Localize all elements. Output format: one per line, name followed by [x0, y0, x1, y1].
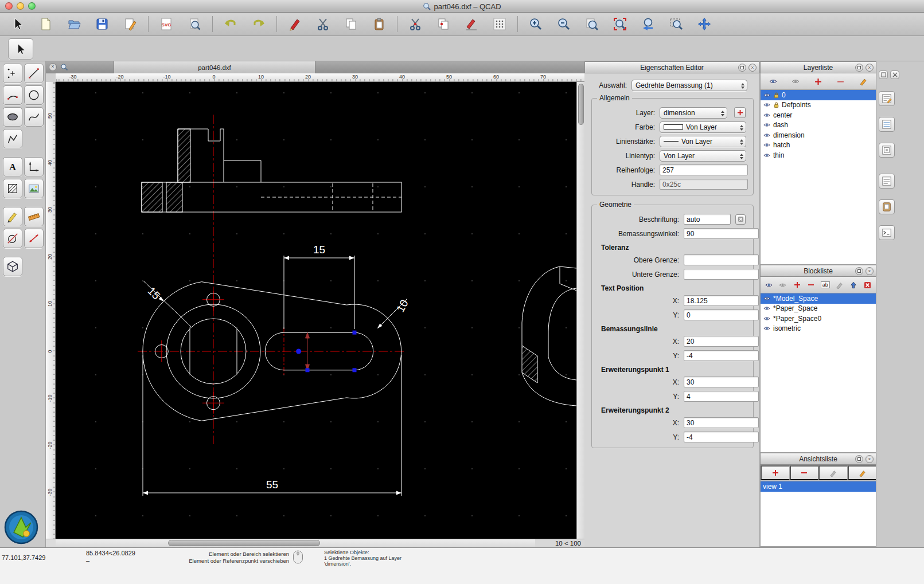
auto-zoom-button[interactable] — [579, 14, 605, 34]
edit-pen-button[interactable] — [282, 14, 308, 34]
extension-point-2-x-input[interactable] — [684, 417, 759, 428]
layer-row[interactable]: Defpoints — [761, 100, 876, 111]
select-tool-button[interactable] — [5, 14, 31, 34]
lock-icon[interactable] — [773, 92, 779, 99]
zoom-in-button[interactable] — [523, 14, 549, 34]
layer-row[interactable]: thin — [761, 150, 876, 160]
ellipse-tool-button[interactable] — [3, 107, 22, 127]
toggle-library-browser-button[interactable] — [879, 199, 895, 214]
add-layer-button[interactable] — [811, 75, 825, 88]
linetype-combo[interactable]: Von Layer — [660, 150, 746, 162]
remove-block-button[interactable] — [804, 279, 818, 291]
eye-icon[interactable] — [763, 325, 771, 332]
vertical-scrollbar-thumb[interactable] — [578, 84, 584, 125]
layer-combo[interactable]: dimension — [660, 107, 727, 119]
eye-icon[interactable] — [763, 132, 771, 139]
toggle-property-editor-button[interactable] — [879, 91, 895, 106]
paste-button[interactable] — [366, 14, 392, 34]
insert-block-button[interactable] — [847, 279, 860, 291]
selection-combo[interactable]: Gedrehte Bemassung (1) — [631, 80, 747, 91]
tab-close-button[interactable]: × — [49, 63, 57, 71]
eye-icon[interactable] — [763, 142, 771, 148]
file-open-button[interactable] — [61, 14, 87, 34]
hide-all-blocks-button[interactable] — [776, 279, 790, 291]
eye-icon[interactable] — [763, 295, 771, 302]
toggle-block-list-button[interactable] — [879, 143, 895, 158]
restore-view-button[interactable] — [848, 465, 876, 480]
vertical-scrollbar[interactable] — [576, 82, 584, 539]
layer-row[interactable]: center — [761, 110, 876, 120]
zoom-window-button[interactable] — [663, 14, 689, 34]
lock-icon[interactable] — [773, 101, 779, 108]
lineweight-combo[interactable]: Von Layer — [660, 136, 746, 147]
redo-button[interactable] — [245, 14, 272, 34]
document-tab[interactable]: part046.dxf — [114, 61, 315, 73]
delete-block-button[interactable] — [861, 279, 875, 291]
layer-row[interactable]: hatch — [761, 140, 876, 151]
eye-icon[interactable] — [763, 112, 771, 119]
point-tool-button[interactable] — [3, 64, 22, 83]
layer-row[interactable]: dimension — [761, 130, 876, 140]
extension-point-2-y-input[interactable] — [684, 432, 759, 442]
text-position-y-input[interactable] — [684, 309, 759, 320]
file-save-as-button[interactable] — [117, 14, 143, 34]
circle-tool-button[interactable] — [24, 85, 44, 105]
panel-float-button[interactable] — [738, 64, 746, 72]
remove-view-button[interactable] — [790, 465, 819, 480]
line-tool-button[interactable] — [24, 64, 44, 83]
panel-close-button[interactable]: × — [748, 64, 757, 72]
selection-tool-button[interactable] — [8, 38, 33, 60]
edit-view-button[interactable] — [818, 465, 848, 480]
file-save-button[interactable] — [89, 14, 115, 34]
eye-icon[interactable] — [763, 121, 771, 128]
dimension-line-y-input[interactable] — [684, 350, 759, 361]
zoom-out-button[interactable] — [551, 14, 577, 34]
dock-option-button[interactable] — [879, 70, 888, 79]
eye-icon[interactable] — [763, 101, 771, 108]
image-tool-button[interactable] — [24, 179, 44, 198]
toggle-layer-list-button[interactable] — [879, 117, 895, 132]
grid-toggle-button[interactable] — [486, 14, 513, 34]
extension-point-1-x-input[interactable] — [684, 377, 759, 387]
modify-pen-button[interactable] — [458, 14, 485, 34]
toggle-command-line-button[interactable] — [879, 225, 895, 240]
spline-tool-button[interactable] — [24, 107, 44, 127]
cut-button[interactable] — [310, 14, 336, 34]
modify-tool-button[interactable] — [3, 229, 22, 248]
remove-layer-button[interactable] — [834, 75, 848, 88]
dock-close-button[interactable] — [890, 70, 899, 79]
angle-input[interactable] — [684, 228, 759, 239]
label-input[interactable] — [684, 214, 731, 225]
add-view-button[interactable] — [761, 465, 790, 480]
toggle-view-list-button[interactable] — [879, 174, 895, 189]
text-tool-button[interactable]: A — [3, 157, 22, 177]
eye-icon[interactable] — [763, 92, 771, 99]
panel-close-button[interactable]: × — [865, 455, 874, 463]
block-row[interactable]: isometric — [761, 324, 876, 334]
layer-row[interactable]: dash — [761, 120, 876, 131]
show-all-blocks-button[interactable] — [762, 279, 775, 291]
polyline-tool-button[interactable] — [3, 129, 22, 148]
edit-block-button[interactable] — [832, 279, 846, 291]
export-svg-button[interactable]: SVG — [153, 14, 180, 34]
block-row[interactable]: *Model_Space — [761, 293, 876, 304]
lower-limit-input[interactable] — [684, 269, 759, 280]
hatch-tool-button[interactable] — [3, 179, 22, 198]
panel-close-button[interactable]: × — [865, 64, 874, 72]
print-preview-button[interactable] — [181, 14, 208, 34]
rename-block-button[interactable]: ab — [818, 279, 832, 291]
previous-view-button[interactable] — [635, 14, 661, 34]
eye-icon[interactable] — [763, 305, 771, 312]
cut-reference-button[interactable] — [402, 14, 428, 34]
show-all-layers-button[interactable] — [766, 75, 780, 88]
block-row[interactable]: *Paper_Space0 — [761, 313, 876, 324]
eye-icon[interactable] — [763, 315, 771, 322]
draworder-input[interactable] — [660, 164, 748, 175]
copy-reference-button[interactable] — [430, 14, 457, 34]
measure-tool-button[interactable] — [3, 207, 22, 226]
ruler-tool-button[interactable] — [24, 207, 44, 226]
copy-button[interactable] — [338, 14, 364, 34]
text-position-x-input[interactable] — [684, 295, 759, 306]
extension-point-1-y-input[interactable] — [684, 391, 759, 402]
drawing-canvas[interactable]: 15 55 15 10 — [56, 82, 576, 539]
